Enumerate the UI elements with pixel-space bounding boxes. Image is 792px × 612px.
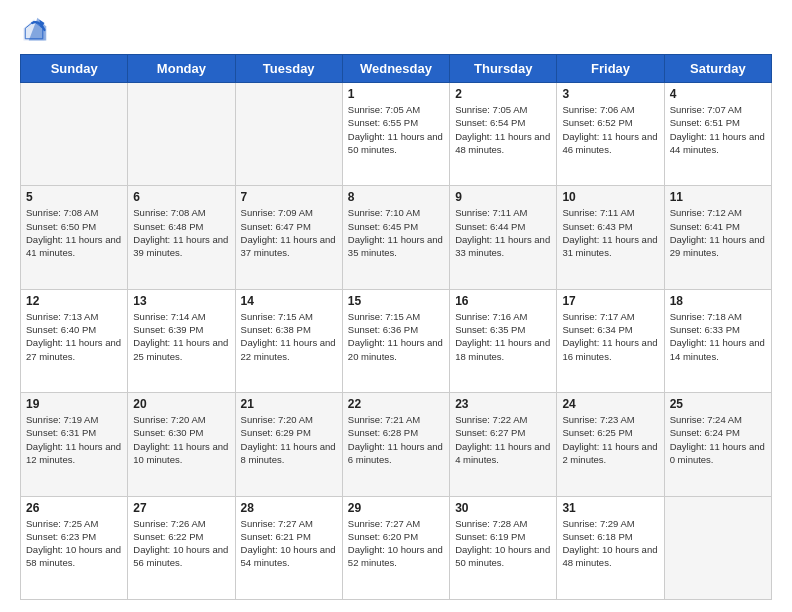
day-number: 17 [562,294,658,308]
day-info: Sunrise: 7:22 AMSunset: 6:27 PMDaylight:… [455,413,551,466]
day-info: Sunrise: 7:05 AMSunset: 6:54 PMDaylight:… [455,103,551,156]
calendar-cell: 28Sunrise: 7:27 AMSunset: 6:21 PMDayligh… [235,496,342,599]
day-info: Sunrise: 7:27 AMSunset: 6:20 PMDaylight:… [348,517,444,570]
week-row-1: 1Sunrise: 7:05 AMSunset: 6:55 PMDaylight… [21,83,772,186]
day-info: Sunrise: 7:17 AMSunset: 6:34 PMDaylight:… [562,310,658,363]
day-number: 1 [348,87,444,101]
day-info: Sunrise: 7:28 AMSunset: 6:19 PMDaylight:… [455,517,551,570]
logo [20,16,52,44]
day-info: Sunrise: 7:27 AMSunset: 6:21 PMDaylight:… [241,517,337,570]
day-header-wednesday: Wednesday [342,55,449,83]
day-number: 18 [670,294,766,308]
day-info: Sunrise: 7:15 AMSunset: 6:36 PMDaylight:… [348,310,444,363]
day-number: 23 [455,397,551,411]
day-info: Sunrise: 7:08 AMSunset: 6:48 PMDaylight:… [133,206,229,259]
day-info: Sunrise: 7:23 AMSunset: 6:25 PMDaylight:… [562,413,658,466]
logo-icon [20,16,48,44]
day-number: 9 [455,190,551,204]
calendar-cell: 27Sunrise: 7:26 AMSunset: 6:22 PMDayligh… [128,496,235,599]
calendar-cell: 6Sunrise: 7:08 AMSunset: 6:48 PMDaylight… [128,186,235,289]
day-info: Sunrise: 7:06 AMSunset: 6:52 PMDaylight:… [562,103,658,156]
calendar-cell: 3Sunrise: 7:06 AMSunset: 6:52 PMDaylight… [557,83,664,186]
day-info: Sunrise: 7:26 AMSunset: 6:22 PMDaylight:… [133,517,229,570]
day-number: 7 [241,190,337,204]
day-number: 15 [348,294,444,308]
calendar-cell: 21Sunrise: 7:20 AMSunset: 6:29 PMDayligh… [235,393,342,496]
day-number: 4 [670,87,766,101]
day-info: Sunrise: 7:20 AMSunset: 6:29 PMDaylight:… [241,413,337,466]
day-number: 14 [241,294,337,308]
day-number: 6 [133,190,229,204]
day-info: Sunrise: 7:16 AMSunset: 6:35 PMDaylight:… [455,310,551,363]
day-header-saturday: Saturday [664,55,771,83]
calendar-cell: 23Sunrise: 7:22 AMSunset: 6:27 PMDayligh… [450,393,557,496]
day-info: Sunrise: 7:08 AMSunset: 6:50 PMDaylight:… [26,206,122,259]
day-info: Sunrise: 7:12 AMSunset: 6:41 PMDaylight:… [670,206,766,259]
calendar-cell: 7Sunrise: 7:09 AMSunset: 6:47 PMDaylight… [235,186,342,289]
calendar-cell: 29Sunrise: 7:27 AMSunset: 6:20 PMDayligh… [342,496,449,599]
week-row-4: 19Sunrise: 7:19 AMSunset: 6:31 PMDayligh… [21,393,772,496]
day-number: 8 [348,190,444,204]
day-number: 21 [241,397,337,411]
day-number: 27 [133,501,229,515]
day-number: 10 [562,190,658,204]
calendar-cell: 17Sunrise: 7:17 AMSunset: 6:34 PMDayligh… [557,289,664,392]
day-info: Sunrise: 7:07 AMSunset: 6:51 PMDaylight:… [670,103,766,156]
day-number: 11 [670,190,766,204]
calendar-cell: 12Sunrise: 7:13 AMSunset: 6:40 PMDayligh… [21,289,128,392]
day-number: 31 [562,501,658,515]
calendar-cell: 20Sunrise: 7:20 AMSunset: 6:30 PMDayligh… [128,393,235,496]
day-header-monday: Monday [128,55,235,83]
day-number: 26 [26,501,122,515]
day-number: 24 [562,397,658,411]
calendar-cell: 13Sunrise: 7:14 AMSunset: 6:39 PMDayligh… [128,289,235,392]
week-row-5: 26Sunrise: 7:25 AMSunset: 6:23 PMDayligh… [21,496,772,599]
calendar-cell: 9Sunrise: 7:11 AMSunset: 6:44 PMDaylight… [450,186,557,289]
day-header-friday: Friday [557,55,664,83]
calendar-cell: 19Sunrise: 7:19 AMSunset: 6:31 PMDayligh… [21,393,128,496]
days-header-row: SundayMondayTuesdayWednesdayThursdayFrid… [21,55,772,83]
day-number: 28 [241,501,337,515]
day-info: Sunrise: 7:11 AMSunset: 6:44 PMDaylight:… [455,206,551,259]
day-number: 19 [26,397,122,411]
day-number: 30 [455,501,551,515]
calendar-cell: 22Sunrise: 7:21 AMSunset: 6:28 PMDayligh… [342,393,449,496]
day-number: 12 [26,294,122,308]
calendar-cell: 2Sunrise: 7:05 AMSunset: 6:54 PMDaylight… [450,83,557,186]
day-info: Sunrise: 7:24 AMSunset: 6:24 PMDaylight:… [670,413,766,466]
calendar-cell: 5Sunrise: 7:08 AMSunset: 6:50 PMDaylight… [21,186,128,289]
day-info: Sunrise: 7:18 AMSunset: 6:33 PMDaylight:… [670,310,766,363]
day-number: 16 [455,294,551,308]
day-number: 20 [133,397,229,411]
day-info: Sunrise: 7:15 AMSunset: 6:38 PMDaylight:… [241,310,337,363]
calendar-cell: 31Sunrise: 7:29 AMSunset: 6:18 PMDayligh… [557,496,664,599]
header [20,16,772,44]
week-row-2: 5Sunrise: 7:08 AMSunset: 6:50 PMDaylight… [21,186,772,289]
day-number: 29 [348,501,444,515]
day-info: Sunrise: 7:10 AMSunset: 6:45 PMDaylight:… [348,206,444,259]
calendar-cell: 10Sunrise: 7:11 AMSunset: 6:43 PMDayligh… [557,186,664,289]
calendar-cell: 15Sunrise: 7:15 AMSunset: 6:36 PMDayligh… [342,289,449,392]
calendar-cell [21,83,128,186]
calendar-cell [664,496,771,599]
day-header-tuesday: Tuesday [235,55,342,83]
calendar-cell: 25Sunrise: 7:24 AMSunset: 6:24 PMDayligh… [664,393,771,496]
day-number: 2 [455,87,551,101]
calendar-cell: 11Sunrise: 7:12 AMSunset: 6:41 PMDayligh… [664,186,771,289]
calendar-cell: 26Sunrise: 7:25 AMSunset: 6:23 PMDayligh… [21,496,128,599]
week-row-3: 12Sunrise: 7:13 AMSunset: 6:40 PMDayligh… [21,289,772,392]
calendar-cell: 14Sunrise: 7:15 AMSunset: 6:38 PMDayligh… [235,289,342,392]
day-number: 25 [670,397,766,411]
day-info: Sunrise: 7:13 AMSunset: 6:40 PMDaylight:… [26,310,122,363]
day-number: 5 [26,190,122,204]
calendar-cell: 1Sunrise: 7:05 AMSunset: 6:55 PMDaylight… [342,83,449,186]
day-header-thursday: Thursday [450,55,557,83]
day-info: Sunrise: 7:09 AMSunset: 6:47 PMDaylight:… [241,206,337,259]
day-number: 22 [348,397,444,411]
day-info: Sunrise: 7:25 AMSunset: 6:23 PMDaylight:… [26,517,122,570]
day-info: Sunrise: 7:29 AMSunset: 6:18 PMDaylight:… [562,517,658,570]
calendar-cell: 18Sunrise: 7:18 AMSunset: 6:33 PMDayligh… [664,289,771,392]
calendar-cell [128,83,235,186]
day-info: Sunrise: 7:21 AMSunset: 6:28 PMDaylight:… [348,413,444,466]
day-header-sunday: Sunday [21,55,128,83]
